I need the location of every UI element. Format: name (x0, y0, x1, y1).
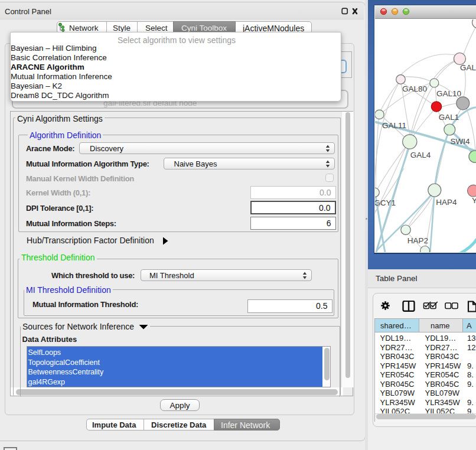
svg-text:SWI4: SWI4 (450, 136, 470, 145)
svg-text:Y: Y (472, 196, 476, 205)
svg-text:GCY1: GCY1 (375, 198, 396, 207)
svg-text:GAL1: GAL1 (439, 112, 459, 121)
svg-text:GAL4: GAL4 (410, 151, 431, 159)
svg-text:HAP4: HAP4 (436, 197, 457, 206)
svg-text:GAL80: GAL80 (402, 84, 427, 93)
svg-text:GAL10: GAL10 (436, 89, 461, 97)
svg-text:HAP2: HAP2 (407, 236, 428, 244)
svg-text:GAL11: GAL11 (382, 120, 406, 129)
svg-text:GAL2: GAL2 (460, 63, 476, 72)
